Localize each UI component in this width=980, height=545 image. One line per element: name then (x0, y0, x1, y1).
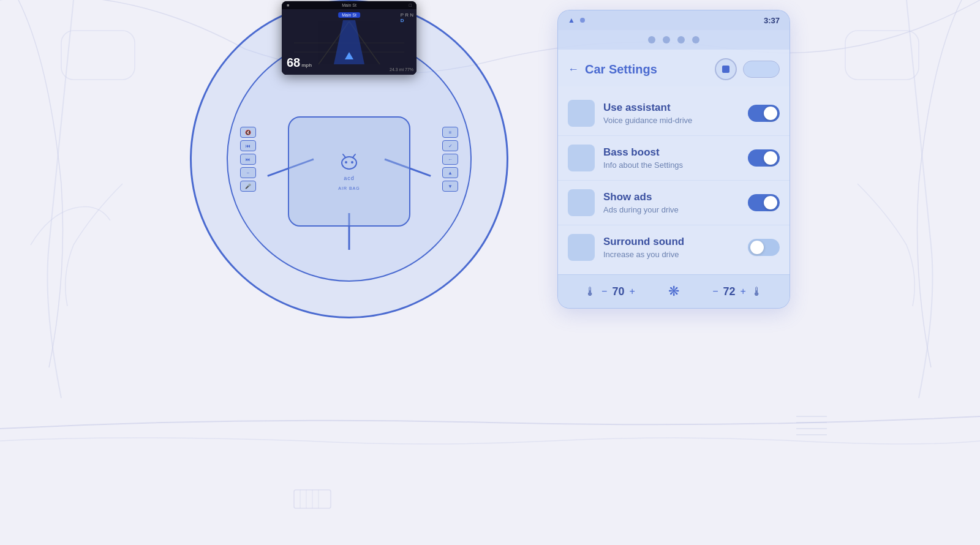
climate-left: 🌡 − 70 + (584, 285, 635, 299)
setting-text-surround-sound: Surround sound Increase as you drive (603, 236, 739, 259)
climate-center: ❋ (668, 284, 679, 299)
nav-dots (558, 30, 790, 50)
toggle-use-assistant[interactable] (748, 105, 780, 122)
heat-right-icon: 🌡 (751, 285, 763, 299)
fan-icon: ❋ (668, 284, 679, 299)
next-track-button[interactable]: ⏭ (240, 154, 256, 165)
steering-wheel-outer-ring: ■ Main St □ (190, 0, 508, 318)
setting-desc-show-ads: Ads during your drive (603, 205, 739, 214)
setting-item-show-ads: Show ads Ads during your drive (558, 181, 790, 225)
setting-title-surround-sound: Surround sound (603, 236, 739, 248)
heat-right-plus[interactable]: + (741, 286, 746, 297)
setting-item-surround-sound: Surround sound Increase as you drive (558, 225, 790, 269)
wifi-indicator (580, 18, 585, 23)
toggle-bass-boost[interactable] (748, 149, 780, 167)
menu-icon: ≡ (449, 130, 452, 135)
android-label: acd (344, 175, 355, 181)
heat-right-value: 72 (723, 285, 736, 298)
setting-title-show-ads: Show ads (603, 191, 739, 203)
heat-left-plus[interactable]: + (629, 286, 635, 297)
heat-left-minus[interactable]: − (601, 286, 607, 297)
next-icon: ⏭ (246, 157, 251, 162)
climate-right: − 72 + 🌡 (712, 285, 763, 299)
header-right (715, 58, 780, 80)
status-left: ▲ (568, 16, 585, 24)
heat-left-icon: 🌡 (584, 285, 597, 299)
toggle-show-ads[interactable] (748, 194, 780, 211)
climate-right-controls: − 72 + (712, 285, 746, 298)
back-nav-icon: ← (448, 157, 453, 162)
setting-text-show-ads: Show ads Ads during your drive (603, 191, 739, 214)
street-label: Main St (338, 12, 360, 18)
menu-button[interactable]: ≡ (442, 127, 458, 138)
phone-speed: Main St (342, 3, 356, 7)
up-icon: ▲ (448, 170, 453, 176)
stop-icon (722, 66, 729, 73)
status-time: 3:37 (764, 16, 780, 25)
setting-desc-use-assistant: Voice guidance mid-drive (603, 116, 739, 125)
phone-display: ■ Main St □ (282, 1, 417, 75)
setting-item-bass-boost: Bass boost Info about the Settings (558, 136, 790, 181)
signal-icon: ▲ (568, 16, 575, 24)
down-icon: ▼ (448, 184, 453, 189)
svg-point-20 (351, 161, 353, 164)
steering-wheel: ■ Main St □ (190, 0, 508, 318)
svg-line-17 (343, 154, 345, 157)
mute-button[interactable]: 🔇 (240, 127, 256, 138)
gear-indicator: P R ND (401, 12, 413, 23)
svg-rect-6 (294, 490, 331, 508)
nav-dot-4 (692, 36, 699, 43)
heat-left-value: 70 (612, 285, 624, 298)
stop-button[interactable] (715, 58, 737, 80)
climate-left-controls: − 70 + (601, 285, 635, 298)
svg-line-18 (353, 154, 355, 157)
prev-icon: ⏮ (246, 143, 251, 149)
speed-display: 68mph (287, 56, 312, 70)
steering-wheel-inner-ring: ■ Main St □ (227, 37, 472, 282)
setting-text-use-assistant: Use assistant Voice guidance mid-drive (603, 102, 739, 125)
svg-point-19 (345, 161, 347, 164)
vol-down-icon: − (247, 170, 250, 176)
panel-header: ← Car Settings (558, 50, 790, 86)
setting-desc-bass-boost: Info about the Settings (603, 160, 739, 170)
header-pill[interactable] (743, 61, 780, 78)
setting-title-use-assistant: Use assistant (603, 102, 739, 114)
svg-point-16 (342, 157, 356, 169)
heat-right-minus[interactable]: − (712, 286, 718, 297)
settings-list: Use assistant Voice guidance mid-drive B… (558, 86, 790, 274)
setting-item-use-assistant: Use assistant Voice guidance mid-drive (558, 91, 790, 136)
toggle-knob-surround-sound (750, 241, 764, 254)
mic-icon: 🎤 (245, 184, 251, 189)
nav-dot-3 (677, 36, 685, 43)
check-icon: ✓ (448, 143, 453, 149)
settings-panel: ▲ 3:37 ← Car Settings (557, 10, 790, 309)
mute-icon: 🔇 (245, 130, 251, 135)
setting-icon-bass-boost (568, 145, 595, 171)
toggle-knob-use-assistant (764, 107, 777, 120)
android-logo (337, 153, 361, 170)
toggle-knob-bass-boost (764, 151, 777, 165)
back-nav-button[interactable]: ← (442, 154, 458, 165)
setting-title-bass-boost: Bass boost (603, 146, 739, 159)
header-left: ← Car Settings (568, 62, 657, 77)
toggle-surround-sound[interactable] (748, 239, 780, 256)
nav-dot-2 (663, 36, 670, 43)
nav-dot-1 (648, 36, 655, 43)
wheel-right-controls: ≡ ✓ ← ▲ ▼ (442, 127, 458, 192)
airbag-label: AIR BAG (338, 186, 360, 190)
toggle-knob-show-ads (764, 196, 777, 209)
wheel-hub: acd AIR BAG (288, 116, 410, 227)
vol-down-button[interactable]: − (240, 167, 256, 178)
back-button[interactable]: ← (568, 63, 579, 76)
mic-button[interactable]: 🎤 (240, 181, 256, 192)
setting-desc-surround-sound: Increase as you drive (603, 250, 739, 259)
down-button[interactable]: ▼ (442, 181, 458, 192)
up-button[interactable]: ▲ (442, 167, 458, 178)
setting-icon-use-assistant (568, 100, 595, 127)
climate-bar: 🌡 − 70 + ❋ − 72 + 🌡 (558, 274, 790, 308)
prev-track-button[interactable]: ⏮ (240, 140, 256, 151)
check-button[interactable]: ✓ (442, 140, 458, 151)
setting-text-bass-boost: Bass boost Info about the Settings (603, 146, 739, 170)
panel-title: Car Settings (585, 62, 657, 77)
wheel-left-controls: 🔇 ⏮ ⏭ − 🎤 (240, 127, 256, 192)
